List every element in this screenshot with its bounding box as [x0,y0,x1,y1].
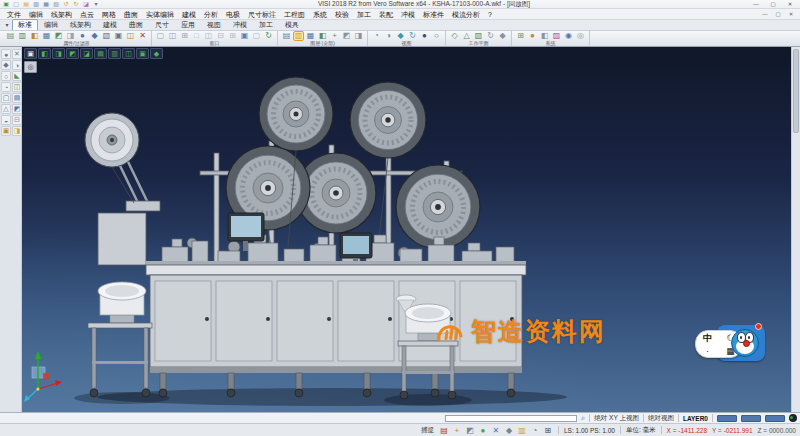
workplane-standard-icon[interactable]: ◇ [449,31,460,41]
undo-icon[interactable]: ↺ [62,1,70,8]
text-tool-icon[interactable]: ▣ [1,126,11,136]
window-cascade-icon[interactable]: ◫ [167,31,178,41]
menu-item-17[interactable]: 标准件 [419,9,448,20]
close-button[interactable]: ✕ [782,0,798,8]
snap-nearest-icon[interactable]: ⊞ [543,425,553,435]
ime-dot-icon[interactable]: · [706,346,709,356]
shaded-view-icon[interactable]: ● [419,31,430,41]
layer-indicator[interactable]: LAYER0 [683,415,708,422]
menu-item-1[interactable]: 编辑 [25,9,47,20]
ribbon-tab-8[interactable]: 冲模 [227,19,253,30]
select-curve-icon[interactable]: ◆ [89,31,100,41]
ime-toolbar[interactable]: 中☾·▦ [695,322,765,366]
menu-item-3[interactable]: 点云 [76,9,98,20]
menu-item-11[interactable]: 工程图 [280,9,309,20]
spline-tool-icon[interactable]: ◒ [1,115,11,125]
redo-icon[interactable]: ↻ [72,1,80,8]
maximize-button[interactable]: ▢ [765,0,781,8]
workplane-indicator[interactable]: 绝对 XY 上视图 [594,414,639,423]
window-new-icon[interactable]: ▢ [155,31,166,41]
ribbon-tab-10[interactable]: 模具 [279,19,305,30]
menu-item-16[interactable]: 冲模 [397,9,419,20]
search-input[interactable] [445,415,577,422]
filter-clear-icon[interactable]: ✕ [137,31,148,41]
menu-item-6[interactable]: 实体编辑 [142,9,178,20]
minimize-button[interactable]: — [748,0,764,8]
workplane-reset-icon[interactable]: ◆ [497,31,508,41]
vertical-scrollbar[interactable] [791,47,800,412]
menu-item-8[interactable]: 分析 [200,9,222,20]
intersect-tool-icon[interactable]: ◩ [12,104,22,114]
view-indicator[interactable]: 绝对视图 [648,414,674,423]
fillet-tool-icon[interactable]: ◑ [12,60,22,70]
layer-manager-icon[interactable]: ▤ [281,31,292,41]
zoom-all-icon[interactable]: ◔ [371,31,382,41]
edit-brush-icon[interactable]: ◪ [82,1,90,8]
wireframe-view-icon[interactable]: ○ [431,31,442,41]
ribbon-tab-2[interactable]: 线架构 [64,19,97,30]
menu-item-19[interactable]: ? [484,9,496,20]
tab-overflow-button[interactable]: ▾ [2,20,12,30]
snap-icon[interactable]: ● [527,31,538,41]
new-file-icon[interactable]: ▢ [12,1,20,8]
menu-item-7[interactable]: 建模 [178,9,200,20]
ime-lang-icon[interactable]: 中 [703,333,712,343]
window-active-icon[interactable]: ▣ [239,31,250,41]
menu-item-18[interactable]: 模流分析 [448,9,484,20]
snap-quadrant-icon[interactable]: ◆ [504,425,514,435]
ribbon-tab-4[interactable]: 曲面 [123,19,149,30]
layer-isolate-icon[interactable]: ◩ [341,31,352,41]
arc-tool-icon[interactable]: ◔ [1,82,11,92]
viewport-3d[interactable]: ▣◧◨◩◪▤▥◫▣◆ ◎ [22,47,791,412]
layer-off-icon[interactable]: ◨ [353,31,364,41]
scrollbar-thumb[interactable] [793,49,799,133]
measure-tool-icon[interactable]: ◨ [12,126,22,136]
ribbon-tab-6[interactable]: 应用 [175,19,201,30]
select-solid-icon[interactable]: ▣ [113,31,124,41]
qat-customize-icon[interactable]: ▾ [92,1,100,8]
scale-indicator[interactable]: LS: 1.00 PS: 1.00 [564,427,615,434]
select-face-icon[interactable]: ▧ [101,31,112,41]
ribbon-tab-9[interactable]: 加工 [253,19,279,30]
ribbon-tab-7[interactable]: 视图 [201,19,227,30]
window-close-icon[interactable]: ▢ [251,31,262,41]
snap-midpoint-icon[interactable]: ◩ [465,425,475,435]
attribute-brush-icon[interactable]: ▤ [5,31,16,41]
menu-item-10[interactable]: 尺寸标注 [244,9,280,20]
layer-current-icon[interactable]: ▥ [293,31,304,41]
rectangle-tool-icon[interactable]: ▢ [1,93,11,103]
open-folder-icon[interactable]: ▤ [22,1,30,8]
layer-filter-icon[interactable]: ▦ [41,31,52,41]
units-indicator[interactable]: 单位: 毫米 [626,426,656,435]
window-refresh-icon[interactable]: ↻ [263,31,274,41]
point-tool-icon[interactable]: ● [1,49,11,59]
save-icon[interactable]: ▥ [32,1,40,8]
line-tool-icon[interactable]: ◆ [1,60,11,70]
menu-item-4[interactable]: 网格 [98,9,120,20]
trim-tool-icon[interactable]: ✕ [12,49,22,59]
ribbon-tab-1[interactable]: 编辑 [38,19,64,30]
snap-grid-icon[interactable]: ▤ [439,425,449,435]
snap-tangent-icon[interactable]: ▥ [517,425,527,435]
attribute-copy-icon[interactable]: ▥ [17,31,28,41]
zoom-window-icon[interactable]: ◑ [383,31,394,41]
menu-item-15[interactable]: 装配 [375,9,397,20]
menu-item-2[interactable]: 线架构 [47,9,76,20]
menu-item-0[interactable]: 文件 [3,9,25,20]
circle-tool-icon[interactable]: ○ [1,71,11,81]
polyline-tool-icon[interactable]: △ [1,104,11,114]
ribbon-tab-5[interactable]: 尺寸 [149,19,175,30]
ribbon-tab-0[interactable]: 标准 [12,19,38,30]
mdi-close-button[interactable]: ✕ [785,10,797,19]
project-tool-icon[interactable]: ▤ [12,93,22,103]
menu-item-14[interactable]: 加工 [353,9,375,20]
camera-icon[interactable]: ◉ [563,31,574,41]
extend-tool-icon[interactable]: ⊟ [12,115,22,125]
menu-item-12[interactable]: 系统 [309,9,331,20]
offset-tool-icon[interactable]: ◫ [12,82,22,92]
menu-item-5[interactable]: 曲面 [120,9,142,20]
window-tile-icon[interactable]: ⊞ [179,31,190,41]
snap-label[interactable]: 捕捉 [421,426,434,435]
chamfer-tool-icon[interactable]: ◣ [12,71,22,81]
app-logo-icon[interactable]: ▣ [2,1,10,8]
